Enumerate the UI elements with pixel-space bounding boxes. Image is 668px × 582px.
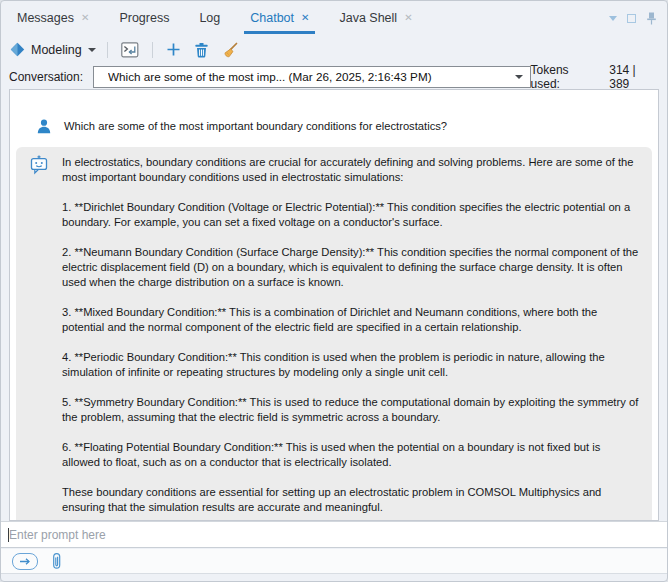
chatbot-icon <box>28 155 50 177</box>
mode-selector[interactable]: Modeling <box>10 42 96 57</box>
tokens-label: Tokens used: <box>531 63 602 91</box>
prompt-input[interactable] <box>9 528 659 542</box>
chevron-down-icon <box>88 48 96 52</box>
plus-icon <box>166 42 181 57</box>
user-message-text: Which are some of the most important bou… <box>64 118 447 134</box>
prompt-row <box>1 521 667 548</box>
tab-messages[interactable]: Messages ✕ <box>17 1 89 34</box>
delete-conversation-button[interactable] <box>192 40 211 60</box>
chat-history: Which are some of the most important bou… <box>9 89 659 521</box>
arrow-right-icon <box>19 557 31 566</box>
bot-paragraph: 4. **Periodic Boundary Condition:** This… <box>62 350 640 380</box>
prompt-actions <box>1 549 667 574</box>
send-to-shell-button[interactable] <box>119 40 141 60</box>
conversation-label: Conversation: <box>9 70 83 84</box>
bot-message-text: In electrostatics, boundary conditions a… <box>62 155 640 515</box>
tab-chatbot[interactable]: Chatbot ✕ <box>250 1 309 34</box>
chevron-down-icon <box>515 75 523 79</box>
toolbar-separator <box>152 42 153 58</box>
tokens-value: 314 | 389 <box>609 63 659 91</box>
bot-paragraph: 3. **Mixed Boundary Condition:** This is… <box>62 305 640 335</box>
modeling-diamond-icon <box>10 42 25 57</box>
user-icon <box>36 118 52 134</box>
mode-label: Modeling <box>31 43 82 57</box>
bot-paragraph: In electrostatics, boundary conditions a… <box>62 155 640 185</box>
maximize-icon[interactable] <box>627 14 636 23</box>
conversation-selected-value: Which are some of the most imp... (Mar 2… <box>108 70 432 83</box>
tab-bar: Messages ✕ Progress Log Chatbot ✕ Java S… <box>1 1 667 34</box>
bot-paragraph: 1. **Dirichlet Boundary Condition (Volta… <box>62 200 640 230</box>
close-icon[interactable]: ✕ <box>301 12 309 23</box>
clear-conversation-button[interactable] <box>220 40 240 60</box>
conversation-row: Conversation: Which are some of the most… <box>1 63 667 90</box>
user-message: Which are some of the most important bou… <box>16 118 652 134</box>
bot-paragraph: 5. **Symmetry Boundary Condition:** This… <box>62 395 640 425</box>
bot-paragraph: 6. **Floating Potential Boundary Conditi… <box>62 440 640 470</box>
window-controls <box>609 12 657 25</box>
tab-label: Messages <box>17 11 74 25</box>
attach-file-icon[interactable] <box>51 552 63 570</box>
tab-label: Progress <box>119 11 169 25</box>
tab-label: Chatbot <box>250 11 294 25</box>
text-cursor <box>8 528 9 542</box>
tokens-used: Tokens used: 314 | 389 <box>531 63 659 91</box>
pin-icon[interactable] <box>646 12 657 25</box>
tab-log[interactable]: Log <box>199 1 220 34</box>
bot-paragraph: These boundary conditions are essential … <box>62 485 640 515</box>
send-button[interactable] <box>12 553 38 570</box>
close-icon[interactable]: ✕ <box>81 12 89 23</box>
new-conversation-button[interactable] <box>164 40 183 59</box>
bot-paragraph: 2. **Neumann Boundary Condition (Surface… <box>62 245 640 290</box>
broom-icon <box>222 42 238 58</box>
conversation-select[interactable]: Which are some of the most imp... (Mar 2… <box>93 66 531 88</box>
toolbar-separator <box>107 42 108 58</box>
bot-message: In electrostatics, boundary conditions a… <box>16 147 652 521</box>
chatbot-toolbar: Modeling <box>1 36 667 63</box>
tab-progress[interactable]: Progress <box>119 1 169 34</box>
trash-icon <box>194 42 209 58</box>
tab-label: Java Shell <box>339 11 397 25</box>
tab-java-shell[interactable]: Java Shell ✕ <box>339 1 412 34</box>
tab-label: Log <box>199 11 220 25</box>
shell-icon <box>121 42 139 58</box>
chatbot-panel: Messages ✕ Progress Log Chatbot ✕ Java S… <box>0 0 668 582</box>
minimize-menu-icon[interactable] <box>609 16 617 21</box>
close-icon[interactable]: ✕ <box>404 12 412 23</box>
